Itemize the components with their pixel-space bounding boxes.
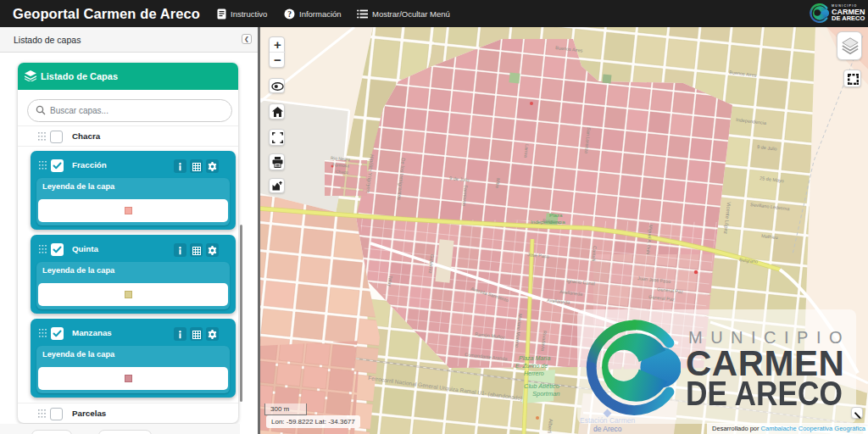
svg-text:E. Zurino de: E. Zurino de — [515, 363, 548, 369]
svg-text:Independencia: Independencia — [531, 219, 565, 225]
svg-text:Herrero: Herrero — [524, 370, 544, 376]
svg-text:Mitre: Mitre — [495, 178, 501, 189]
svg-text:?: ? — [287, 9, 292, 18]
svg-text:Plaza María: Plaza María — [519, 355, 550, 361]
svg-text:de Areco: de Areco — [593, 425, 622, 433]
svg-text:Plaza: Plaza — [549, 212, 563, 218]
svg-text:Chaco: Chaco — [336, 169, 348, 175]
svg-text:Sportman: Sportman — [532, 390, 560, 398]
svg-text:Club Atlético: Club Atlético — [524, 382, 559, 390]
